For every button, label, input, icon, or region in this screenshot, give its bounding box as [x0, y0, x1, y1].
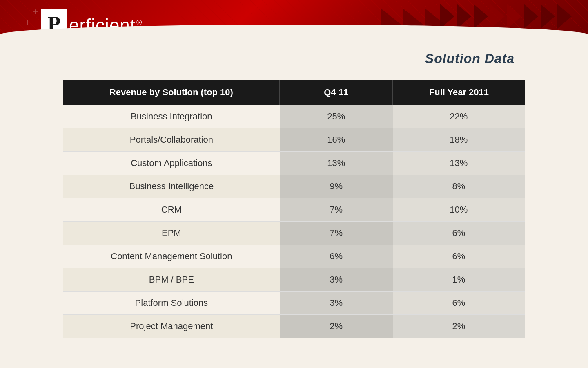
page-title: Solution Data — [425, 51, 514, 66]
cell-full-year: 6% — [393, 222, 525, 245]
table-row: Platform Solutions3%6% — [63, 292, 525, 315]
arrow-3 — [474, 4, 488, 29]
cell-q4: 13% — [280, 152, 393, 175]
table-row: EPM7%6% — [63, 222, 525, 245]
cell-full-year: 10% — [393, 198, 525, 222]
arrow-7 — [541, 4, 555, 29]
table-row: BPM / BPE3%1% — [63, 268, 525, 292]
col-header-q4: Q4 11 — [280, 80, 393, 105]
table-row: Content Management Solution6%6% — [63, 245, 525, 268]
cell-full-year: 2% — [393, 315, 525, 338]
cell-q4: 3% — [280, 292, 393, 315]
cell-solution: BPM / BPE — [63, 268, 280, 292]
arrow-4 — [490, 4, 505, 29]
cell-full-year: 6% — [393, 292, 525, 315]
arrow-8 — [557, 4, 572, 29]
cell-solution: Business Intelligence — [63, 175, 280, 198]
cell-solution: CRM — [63, 198, 280, 222]
arrow-1 — [440, 4, 454, 29]
cell-full-year: 13% — [393, 152, 525, 175]
cell-full-year: 22% — [393, 105, 525, 128]
cell-q4: 25% — [280, 105, 393, 128]
cell-q4: 7% — [280, 198, 393, 222]
table-row: Portals/Collaboration16%18% — [63, 128, 525, 152]
cell-full-year: 6% — [393, 245, 525, 268]
cell-full-year: 8% — [393, 175, 525, 198]
cell-solution: Custom Applications — [63, 152, 280, 175]
cell-solution: EPM — [63, 222, 280, 245]
table-header-row: Revenue by Solution (top 10) Q4 11 Full … — [63, 80, 525, 105]
plus-decoration-1: + — [33, 6, 38, 18]
cell-q4: 9% — [280, 175, 393, 198]
logo-registered: ® — [136, 18, 142, 27]
arrow-5 — [507, 4, 521, 29]
table-row: Custom Applications13%13% — [63, 152, 525, 175]
plus-decoration-2: + — [24, 16, 30, 28]
cell-q4: 7% — [280, 222, 393, 245]
cell-solution: Content Management Solution — [63, 245, 280, 268]
table-body: Business Integration25%22%Portals/Collab… — [63, 105, 525, 338]
table-row: CRM7%10% — [63, 198, 525, 222]
arrow-2 — [457, 4, 471, 29]
data-table-container: Revenue by Solution (top 10) Q4 11 Full … — [63, 80, 525, 338]
table-row: Business Intelligence9%8% — [63, 175, 525, 198]
cell-full-year: 18% — [393, 128, 525, 152]
top-right-arrows — [440, 4, 572, 29]
cell-q4: 6% — [280, 245, 393, 268]
col-header-full-year: Full Year 2011 — [393, 80, 525, 105]
cell-solution: Business Integration — [63, 105, 280, 128]
col-header-solution: Revenue by Solution (top 10) — [63, 80, 280, 105]
cell-solution: Project Management — [63, 315, 280, 338]
cell-solution: Platform Solutions — [63, 292, 280, 315]
solution-data-table: Revenue by Solution (top 10) Q4 11 Full … — [63, 80, 525, 338]
cell-full-year: 1% — [393, 268, 525, 292]
cell-solution: Portals/Collaboration — [63, 128, 280, 152]
arrow-6 — [524, 4, 538, 29]
cell-q4: 3% — [280, 268, 393, 292]
table-row: Business Integration25%22% — [63, 105, 525, 128]
table-row: Project Management2%2% — [63, 315, 525, 338]
cell-q4: 16% — [280, 128, 393, 152]
cell-q4: 2% — [280, 315, 393, 338]
